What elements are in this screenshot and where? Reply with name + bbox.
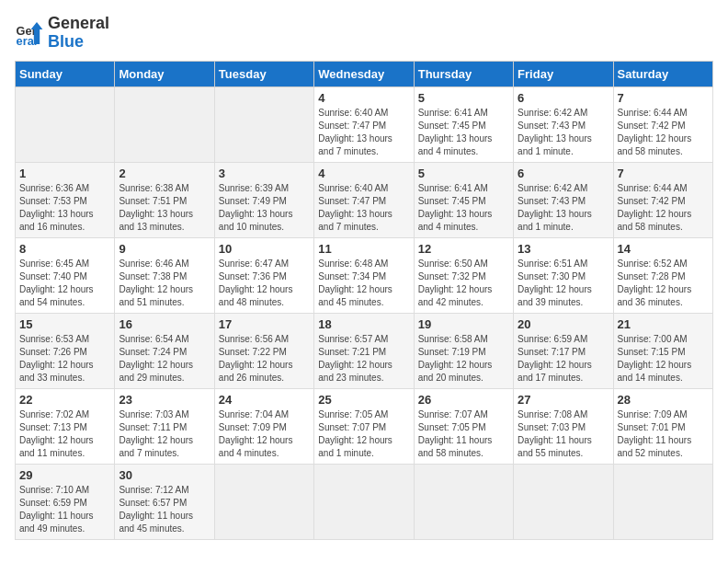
day-info: Sunrise: 6:36 AM Sunset: 7:53 PM Dayligh…	[19, 182, 110, 234]
day-info: Sunrise: 7:09 AM Sunset: 7:01 PM Dayligh…	[618, 408, 709, 460]
calendar-cell: 15 Sunrise: 6:53 AM Sunset: 7:26 PM Dayl…	[16, 313, 115, 388]
daylight: Daylight: 12 hours and 58 minutes.	[618, 209, 692, 232]
sunset: Sunset: 7:28 PM	[618, 271, 686, 282]
sunset: Sunset: 7:19 PM	[418, 347, 486, 357]
day-number: 26	[418, 393, 509, 407]
sunrise: Sunrise: 7:12 AM	[119, 485, 188, 495]
daylight: Daylight: 12 hours and 36 minutes.	[618, 284, 692, 307]
day-number: 4	[318, 91, 409, 105]
sunset: Sunset: 7:15 PM	[618, 347, 686, 357]
daylight: Daylight: 13 hours and 7 minutes.	[318, 209, 392, 232]
sunrise: Sunrise: 7:05 AM	[318, 409, 388, 419]
daylight: Daylight: 13 hours and 13 minutes.	[119, 209, 193, 232]
day-info: Sunrise: 6:42 AM Sunset: 7:43 PM Dayligh…	[518, 107, 609, 158]
sunrise: Sunrise: 6:44 AM	[618, 108, 688, 118]
daylight: Daylight: 13 hours and 7 minutes.	[318, 133, 392, 156]
calendar-cell: 7 Sunrise: 6:44 AM Sunset: 7:42 PM Dayli…	[613, 162, 712, 237]
day-number: 5	[418, 91, 509, 105]
sunrise: Sunrise: 7:07 AM	[418, 409, 488, 419]
day-number: 20	[518, 317, 609, 331]
daylight: Daylight: 11 hours and 52 minutes.	[618, 435, 692, 458]
col-header-saturday: Saturday	[613, 61, 712, 86]
sunset: Sunset: 7:42 PM	[618, 196, 686, 206]
sunset: Sunset: 7:47 PM	[318, 196, 386, 206]
sunrise: Sunrise: 7:03 AM	[119, 409, 188, 419]
calendar-cell: 8 Sunrise: 6:45 AM Sunset: 7:40 PM Dayli…	[16, 237, 115, 313]
day-number: 13	[518, 242, 609, 256]
calendar-cell	[16, 86, 115, 162]
sunrise: Sunrise: 7:04 AM	[219, 409, 289, 419]
day-number: 27	[518, 393, 609, 407]
sunrise: Sunrise: 6:40 AM	[318, 108, 388, 118]
day-number: 7	[618, 91, 709, 105]
sunrise: Sunrise: 6:46 AM	[119, 259, 188, 269]
daylight: Daylight: 11 hours and 58 minutes.	[418, 435, 493, 458]
day-number: 8	[19, 242, 110, 256]
calendar-cell: 3 Sunrise: 6:39 AM Sunset: 7:49 PM Dayli…	[214, 162, 313, 237]
calendar-cell: 17 Sunrise: 6:56 AM Sunset: 7:22 PM Dayl…	[214, 313, 313, 388]
day-number: 6	[518, 91, 609, 105]
sunrise: Sunrise: 7:00 AM	[618, 334, 688, 344]
sunset: Sunset: 7:03 PM	[518, 422, 586, 432]
sunset: Sunset: 7:17 PM	[518, 347, 586, 357]
calendar-cell	[414, 464, 513, 539]
day-info: Sunrise: 7:05 AM Sunset: 7:07 PM Dayligh…	[318, 408, 409, 460]
sunrise: Sunrise: 7:09 AM	[618, 409, 688, 419]
day-number: 6	[518, 167, 609, 180]
calendar-cell	[214, 464, 313, 539]
day-number: 4	[318, 167, 409, 180]
calendar-cell: 28 Sunrise: 7:09 AM Sunset: 7:01 PM Dayl…	[613, 388, 712, 464]
day-info: Sunrise: 6:54 AM Sunset: 7:24 PM Dayligh…	[119, 333, 210, 385]
sunrise: Sunrise: 6:56 AM	[219, 334, 289, 344]
day-number: 22	[19, 393, 110, 407]
sunset: Sunset: 7:47 PM	[318, 121, 386, 131]
day-info: Sunrise: 6:40 AM Sunset: 7:47 PM Dayligh…	[318, 107, 409, 158]
sunrise: Sunrise: 6:57 AM	[318, 334, 388, 344]
sunrise: Sunrise: 7:08 AM	[518, 409, 587, 419]
sunset: Sunset: 7:38 PM	[119, 271, 187, 282]
day-number: 25	[318, 393, 409, 407]
calendar-cell: 4 Sunrise: 6:40 AM Sunset: 7:47 PM Dayli…	[314, 86, 414, 162]
day-info: Sunrise: 7:08 AM Sunset: 7:03 PM Dayligh…	[518, 408, 609, 460]
calendar-cell: 6 Sunrise: 6:42 AM Sunset: 7:43 PM Dayli…	[514, 162, 613, 237]
day-info: Sunrise: 6:50 AM Sunset: 7:32 PM Dayligh…	[418, 258, 509, 309]
sunrise: Sunrise: 6:50 AM	[418, 259, 488, 269]
daylight: Daylight: 12 hours and 20 minutes.	[418, 360, 493, 383]
day-number: 14	[618, 242, 709, 256]
day-number: 29	[19, 468, 110, 482]
sunrise: Sunrise: 6:41 AM	[418, 108, 488, 118]
day-info: Sunrise: 6:52 AM Sunset: 7:28 PM Dayligh…	[618, 258, 709, 309]
col-header-tuesday: Tuesday	[214, 61, 313, 86]
day-info: Sunrise: 6:42 AM Sunset: 7:43 PM Dayligh…	[518, 182, 609, 234]
day-number: 10	[219, 242, 310, 256]
daylight: Daylight: 12 hours and 23 minutes.	[318, 360, 392, 383]
sunset: Sunset: 7:13 PM	[19, 422, 87, 432]
sunset: Sunset: 7:43 PM	[518, 121, 586, 131]
daylight: Daylight: 12 hours and 7 minutes.	[119, 435, 193, 458]
calendar-cell: 7 Sunrise: 6:44 AM Sunset: 7:42 PM Dayli…	[613, 86, 712, 162]
sunset: Sunset: 7:24 PM	[119, 347, 187, 357]
sunset: Sunset: 7:49 PM	[219, 196, 287, 206]
sunrise: Sunrise: 7:10 AM	[19, 485, 89, 495]
day-info: Sunrise: 7:04 AM Sunset: 7:09 PM Dayligh…	[219, 408, 310, 460]
daylight: Daylight: 12 hours and 14 minutes.	[618, 360, 692, 383]
daylight: Daylight: 12 hours and 11 minutes.	[19, 435, 94, 458]
daylight: Daylight: 12 hours and 1 minute.	[318, 435, 392, 458]
calendar-cell: 5 Sunrise: 6:41 AM Sunset: 7:45 PM Dayli…	[414, 86, 513, 162]
calendar-cell: 27 Sunrise: 7:08 AM Sunset: 7:03 PM Dayl…	[514, 388, 613, 464]
logo: Gen eral General Blue	[15, 15, 109, 52]
sunset: Sunset: 7:32 PM	[418, 271, 486, 282]
calendar-cell: 21 Sunrise: 7:00 AM Sunset: 7:15 PM Dayl…	[613, 313, 712, 388]
daylight: Daylight: 11 hours and 45 minutes.	[119, 511, 193, 534]
sunset: Sunset: 7:09 PM	[219, 422, 287, 432]
col-header-wednesday: Wednesday	[314, 61, 414, 86]
calendar-cell: 11 Sunrise: 6:48 AM Sunset: 7:34 PM Dayl…	[314, 237, 414, 313]
calendar-cell: 6 Sunrise: 6:42 AM Sunset: 7:43 PM Dayli…	[514, 86, 613, 162]
calendar-cell: 5 Sunrise: 6:41 AM Sunset: 7:45 PM Dayli…	[414, 162, 513, 237]
day-info: Sunrise: 6:51 AM Sunset: 7:30 PM Dayligh…	[518, 258, 609, 309]
daylight: Daylight: 12 hours and 17 minutes.	[518, 360, 592, 383]
sunset: Sunset: 7:21 PM	[318, 347, 386, 357]
daylight: Daylight: 13 hours and 4 minutes.	[418, 133, 493, 156]
day-number: 5	[418, 167, 509, 180]
daylight: Daylight: 13 hours and 10 minutes.	[219, 209, 293, 232]
